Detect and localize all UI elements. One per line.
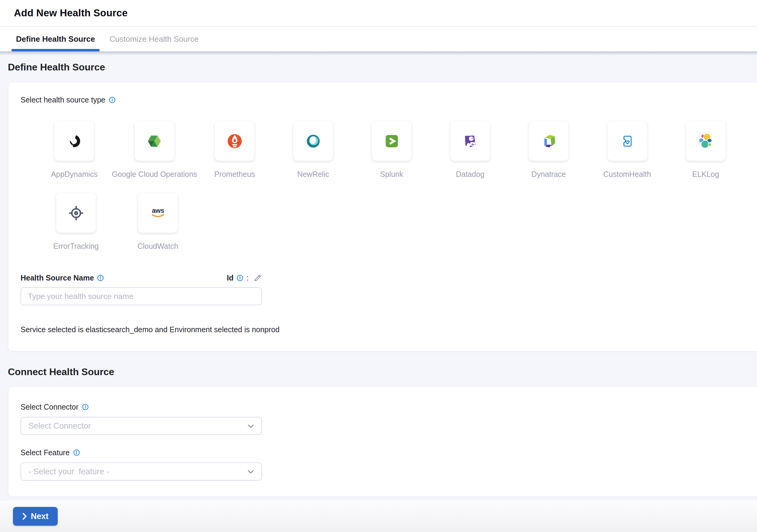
cloudwatch-aws-icon: aws bbox=[148, 203, 168, 223]
active-tab-underline bbox=[12, 49, 100, 51]
health-source-type-dynatrace[interactable]: Dynatrace bbox=[509, 121, 588, 179]
select-type-label-row: Select health source type bbox=[20, 96, 745, 104]
tab-define-label: Define Health Source bbox=[16, 34, 95, 44]
newrelic-icon bbox=[303, 131, 323, 151]
type-label: Splunk bbox=[380, 170, 403, 179]
connector-select[interactable]: Select Connector bbox=[20, 417, 262, 435]
name-id-row: Health Source Name Id : bbox=[20, 273, 262, 282]
appdynamics-icon bbox=[64, 131, 85, 151]
health-source-type-splunk[interactable]: Splunk bbox=[352, 121, 431, 179]
dialog-header: Add New Health Source bbox=[0, 0, 757, 27]
google-cloud-operations-icon bbox=[144, 131, 165, 151]
type-label: ELKLog bbox=[692, 170, 719, 179]
info-icon[interactable] bbox=[109, 96, 116, 103]
info-icon[interactable] bbox=[82, 403, 89, 411]
health-source-type-appdynamics[interactable]: AppDynamics bbox=[35, 121, 113, 179]
type-label: AppDynamics bbox=[51, 170, 98, 179]
id-label: Id bbox=[227, 273, 233, 282]
select-feature-label-row: Select Feature bbox=[20, 448, 745, 457]
dialog-content: Define Health Source Select health sourc… bbox=[0, 51, 757, 532]
feature-select-placeholder: - Select your feature - bbox=[28, 467, 109, 476]
page-title: Add New Health Source bbox=[14, 7, 128, 19]
source-type-grid-row2: ErrorTracking aws CloudWatch bbox=[35, 193, 745, 251]
connect-health-source-panel: Select Connector Select Connector Select… bbox=[8, 387, 757, 497]
elklog-card[interactable] bbox=[686, 121, 726, 161]
service-environment-note: Service selected is elasticsearch_demo a… bbox=[20, 325, 745, 334]
chevron-down-icon bbox=[247, 470, 254, 474]
select-connector-label: Select Connector bbox=[20, 403, 78, 411]
errortracking-icon bbox=[66, 203, 86, 223]
tab-customize-health-source[interactable]: Customize Health Source bbox=[110, 27, 199, 51]
health-source-name-label-group: Health Source Name bbox=[20, 273, 104, 282]
datadog-card[interactable] bbox=[450, 121, 490, 161]
type-label: Dynatrace bbox=[531, 170, 566, 179]
type-label: NewRelic bbox=[297, 170, 329, 179]
add-health-source-dialog: Add New Health Source Define Health Sour… bbox=[0, 0, 757, 51]
health-source-type-errortracking[interactable]: ErrorTracking bbox=[35, 193, 117, 251]
google-cloud-operations-card[interactable] bbox=[135, 121, 174, 161]
connector-select-placeholder: Select Connector bbox=[28, 422, 91, 431]
health-source-name-input[interactable] bbox=[20, 287, 262, 305]
chevron-right-icon bbox=[22, 513, 27, 520]
type-label: Datadog bbox=[456, 170, 485, 179]
health-source-type-elklog[interactable]: ELKLog bbox=[666, 121, 745, 179]
feature-select[interactable]: - Select your feature - bbox=[20, 462, 262, 481]
next-button-label: Next bbox=[31, 512, 49, 521]
type-label: CustomHealth bbox=[603, 170, 651, 179]
errortracking-card[interactable] bbox=[56, 193, 96, 233]
svg-text:aws: aws bbox=[152, 206, 164, 214]
id-label-group: Id : bbox=[227, 273, 262, 282]
define-health-source-panel: Select health source type AppDynamics bbox=[8, 82, 757, 351]
splunk-icon bbox=[381, 131, 402, 151]
connect-section-heading: Connect Health Source bbox=[8, 366, 757, 378]
id-colon: : bbox=[247, 273, 249, 282]
health-source-type-newrelic[interactable]: NewRelic bbox=[274, 121, 352, 179]
datadog-icon bbox=[460, 131, 480, 151]
type-label: Prometheus bbox=[214, 170, 255, 179]
type-label: ErrorTracking bbox=[53, 242, 99, 251]
type-label: Google Cloud Operations bbox=[112, 170, 197, 179]
dialog-footer: Next bbox=[0, 500, 757, 532]
dynatrace-card[interactable] bbox=[529, 121, 568, 161]
health-source-type-customhealth[interactable]: CustomHealth bbox=[588, 121, 666, 179]
define-section-heading: Define Health Source bbox=[8, 62, 757, 73]
elklog-icon bbox=[695, 131, 716, 151]
info-icon[interactable] bbox=[97, 274, 104, 281]
cloudwatch-card[interactable]: aws bbox=[138, 193, 178, 233]
health-source-type-datadog[interactable]: Datadog bbox=[431, 121, 510, 179]
edit-id-pencil-icon[interactable] bbox=[254, 274, 262, 282]
type-label: CloudWatch bbox=[137, 242, 178, 251]
customhealth-icon bbox=[617, 131, 637, 151]
tab-bar: Define Health Source Customize Health So… bbox=[0, 27, 757, 51]
prometheus-icon bbox=[225, 131, 245, 151]
info-icon[interactable] bbox=[236, 274, 243, 281]
health-source-name-label: Health Source Name bbox=[20, 273, 94, 282]
newrelic-card[interactable] bbox=[293, 121, 333, 161]
select-feature-label: Select Feature bbox=[20, 448, 70, 457]
select-connector-label-row: Select Connector bbox=[20, 403, 745, 411]
tab-define-health-source[interactable]: Define Health Source bbox=[16, 27, 95, 51]
tab-customize-label: Customize Health Source bbox=[110, 34, 199, 44]
dynatrace-icon bbox=[538, 131, 559, 151]
splunk-card[interactable] bbox=[372, 121, 411, 161]
prometheus-card[interactable] bbox=[215, 121, 254, 161]
customhealth-card[interactable] bbox=[607, 121, 647, 161]
next-button[interactable]: Next bbox=[13, 507, 58, 526]
health-source-type-google-cloud-operations[interactable]: Google Cloud Operations bbox=[113, 121, 196, 179]
info-icon[interactable] bbox=[73, 449, 80, 456]
health-source-type-cloudwatch[interactable]: aws CloudWatch bbox=[117, 193, 199, 251]
source-type-grid-row1: AppDynamics Google Cloud Operations bbox=[35, 121, 745, 179]
chevron-down-icon bbox=[247, 424, 254, 428]
select-type-label: Select health source type bbox=[20, 96, 106, 104]
health-source-type-prometheus[interactable]: Prometheus bbox=[196, 121, 274, 179]
appdynamics-card[interactable] bbox=[54, 121, 94, 161]
